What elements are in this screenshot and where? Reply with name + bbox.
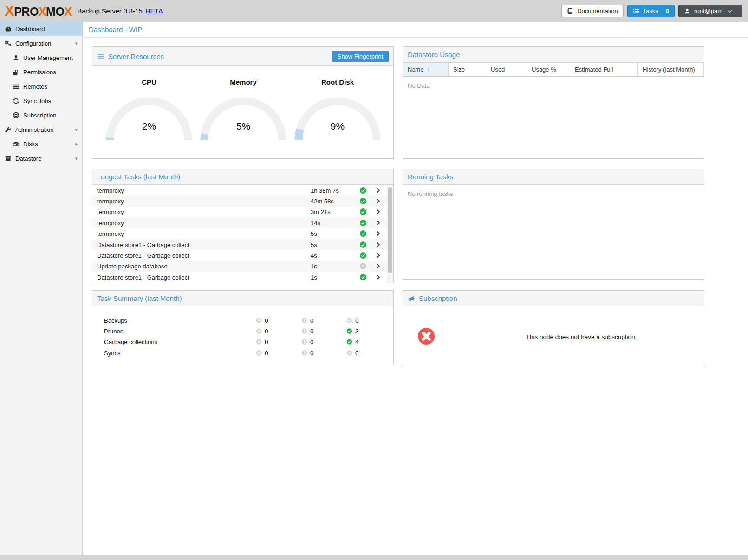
task-summary-ok-count: 0 bbox=[355, 317, 359, 324]
scrollbar-thumb[interactable] bbox=[388, 187, 392, 273]
sidebar-item-user-management[interactable]: User Management bbox=[0, 51, 82, 65]
chevron-right-icon[interactable] bbox=[375, 220, 381, 226]
documentation-button[interactable]: Documentation bbox=[561, 5, 623, 17]
task-summary-ok-cell: 0 bbox=[346, 349, 359, 356]
chevron-right-icon[interactable] bbox=[375, 198, 381, 204]
tasks-label: Tasks bbox=[643, 7, 658, 14]
chevron-down-icon[interactable]: ▾ bbox=[75, 127, 78, 132]
task-summary-ok-cell: 0 bbox=[346, 317, 359, 324]
task-summary-label: Prunes bbox=[104, 328, 123, 335]
exclamation-circle-icon bbox=[301, 339, 307, 345]
exclamation-circle-icon bbox=[301, 317, 307, 323]
chevron-down-icon[interactable]: ▾ bbox=[75, 41, 78, 46]
task-row[interactable]: Update package database1s? bbox=[92, 261, 393, 272]
documentation-label: Documentation bbox=[577, 7, 618, 14]
sidebar-item-label: Administration bbox=[15, 126, 53, 133]
task-duration: 1s bbox=[311, 263, 317, 270]
subscription-message: This node does not have a subscription. bbox=[463, 333, 699, 340]
sidebar-item-label: Subscription bbox=[23, 112, 57, 119]
exclamation-circle-icon bbox=[301, 350, 307, 356]
task-summary-error-cell: 0 bbox=[256, 317, 268, 324]
check-circle-icon bbox=[359, 252, 367, 259]
list-icon bbox=[633, 8, 639, 14]
task-row[interactable]: termproxy3m 21s bbox=[92, 207, 393, 217]
sidebar-item-label: Datastore bbox=[15, 155, 41, 162]
datastore-usage-title: Datastore Usage bbox=[408, 51, 460, 59]
task-row[interactable]: Datastore store1 - Garbage collect4s bbox=[92, 250, 393, 260]
unlock-icon bbox=[13, 69, 20, 76]
bars-icon bbox=[97, 52, 104, 60]
chevron-right-icon[interactable] bbox=[375, 231, 381, 237]
chevron-right-icon[interactable] bbox=[375, 274, 381, 280]
longest-tasks-panel: Longest Tasks (last Month) termproxy1h 3… bbox=[92, 169, 394, 283]
task-row[interactable]: termproxy42m 58s bbox=[92, 195, 393, 206]
chevron-right-icon[interactable] bbox=[375, 263, 381, 269]
column-header-estimated-full[interactable]: Estimated Full bbox=[570, 63, 638, 76]
task-summary-label: Syncs bbox=[104, 349, 120, 356]
chevron-right-icon[interactable] bbox=[375, 187, 381, 193]
task-row[interactable]: termproxy1h 38m 7s bbox=[92, 185, 393, 195]
task-row[interactable]: Datastore store1 - Garbage collect5s bbox=[92, 239, 393, 250]
task-duration: 5s bbox=[311, 241, 317, 248]
task-name: termproxy bbox=[97, 208, 124, 215]
sidebar-item-permissions[interactable]: Permissions bbox=[0, 65, 82, 79]
tasks-count-badge: 0 bbox=[666, 7, 669, 14]
sidebar-item-dashboard[interactable]: Dashboard bbox=[0, 22, 82, 36]
sidebar-item-subscription[interactable]: Subscription bbox=[0, 108, 82, 123]
logo-segment: X bbox=[39, 6, 46, 18]
check-circle-icon bbox=[359, 187, 367, 194]
task-summary-error-cell: 0 bbox=[256, 339, 268, 345]
running-tasks-panel: Running Tasks No running tasks bbox=[403, 169, 704, 280]
task-duration: 3m 21s bbox=[311, 208, 331, 215]
running-tasks-header: Running Tasks bbox=[403, 169, 704, 185]
task-row[interactable]: Datastore store1 - Garbage collect1s bbox=[92, 272, 393, 282]
page-title: Dashboard - WIP bbox=[83, 22, 748, 38]
gauge-memory: Memory5% bbox=[197, 66, 290, 142]
chevron-right-icon[interactable] bbox=[375, 253, 381, 259]
ticket-icon bbox=[408, 295, 415, 302]
chevron-right-icon[interactable] bbox=[375, 241, 381, 247]
resource-gauges: CPU2%Memory5%Root Disk9% bbox=[92, 66, 393, 142]
no-subscription-icon bbox=[417, 327, 435, 345]
sidebar-item-label: Dashboard bbox=[15, 26, 45, 33]
column-header-name[interactable]: Name↑ bbox=[403, 63, 449, 76]
datastore-empty-text: No Data bbox=[403, 77, 704, 95]
user-menu-button[interactable]: root@pam bbox=[678, 5, 742, 17]
column-header-usage[interactable]: Usage % bbox=[527, 63, 570, 76]
task-name: termproxy bbox=[97, 230, 124, 237]
sidebar-item-configuration[interactable]: Configuration▾ bbox=[0, 36, 82, 51]
task-summary-panel: Task Summary (last Month) Backups000Prun… bbox=[92, 290, 394, 365]
chevron-right-icon[interactable]: ▸ bbox=[75, 142, 78, 147]
task-row[interactable]: termproxy14s bbox=[92, 217, 393, 228]
vertical-scrollbar[interactable] bbox=[387, 185, 393, 283]
task-summary-ok-count: 0 bbox=[355, 349, 359, 356]
check-circle-icon bbox=[346, 328, 352, 334]
subscription-title: Subscription bbox=[419, 294, 457, 302]
tasks-button[interactable]: Tasks 0 bbox=[627, 5, 675, 17]
beta-link[interactable]: BETA bbox=[146, 7, 163, 15]
task-row[interactable]: termproxy5s bbox=[92, 228, 393, 239]
show-fingerprint-button[interactable]: Show Fingerprint bbox=[332, 51, 389, 62]
chevron-down-icon[interactable]: ▾ bbox=[75, 156, 78, 161]
column-header-used[interactable]: Used bbox=[486, 63, 527, 76]
column-header-label: History (last Month) bbox=[643, 66, 695, 73]
sidebar-item-disks[interactable]: Disks▸ bbox=[0, 137, 82, 151]
sidebar-item-datastore[interactable]: Datastore▾ bbox=[0, 151, 82, 166]
sidebar-item-sync-jobs[interactable]: Sync Jobs bbox=[0, 94, 82, 108]
longest-tasks-list: termproxy1h 38m 7stermproxy42m 58stermpr… bbox=[92, 185, 393, 283]
chevron-down-icon bbox=[727, 8, 733, 14]
sidebar-item-administration[interactable]: Administration▾ bbox=[0, 123, 82, 137]
task-duration: 4s bbox=[311, 252, 317, 259]
running-tasks-empty-text: No running tasks bbox=[403, 185, 704, 203]
chevron-right-icon[interactable] bbox=[375, 209, 381, 215]
column-header-size[interactable]: Size bbox=[449, 63, 486, 76]
sync-icon bbox=[13, 98, 20, 104]
column-header-history-last-month[interactable]: History (last Month) bbox=[638, 63, 704, 76]
sidebar-item-remotes[interactable]: Remotes bbox=[0, 79, 82, 94]
task-summary-row-prunes: Prunes003 bbox=[92, 326, 393, 336]
task-name: Update package database bbox=[97, 263, 168, 270]
header-actions: Documentation Tasks 0 root@pam bbox=[561, 5, 742, 17]
sort-up-icon: ↑ bbox=[427, 66, 429, 73]
task-summary-warning-count: 0 bbox=[310, 317, 314, 324]
check-circle-icon bbox=[346, 350, 352, 356]
